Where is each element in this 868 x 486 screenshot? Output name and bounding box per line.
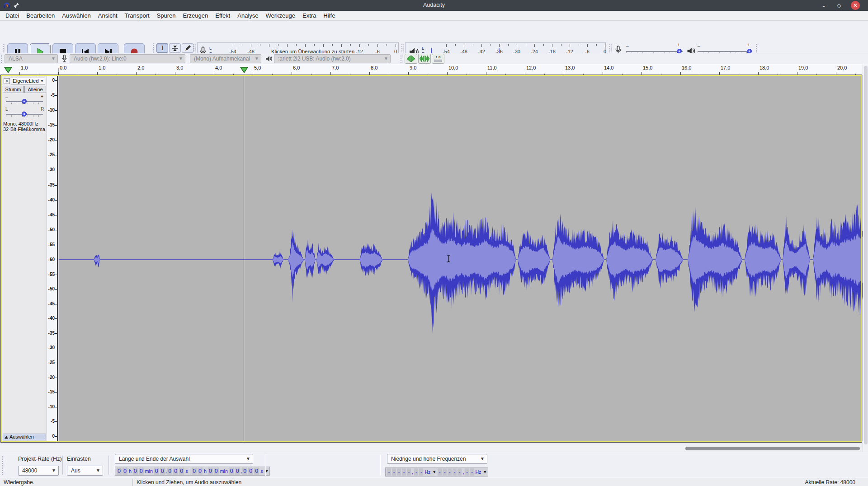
- timeline-minor-tick: [233, 74, 234, 75]
- time-digit[interactable]: 0: [179, 467, 184, 475]
- minimize-button[interactable]: ⌄: [819, 1, 828, 10]
- time-digit[interactable]: 0: [248, 467, 253, 475]
- spectral-high-field[interactable]: -----,--Hz▼: [436, 467, 488, 477]
- freq-digit[interactable]: -: [397, 468, 401, 476]
- track-close-button[interactable]: ×: [4, 78, 10, 84]
- menu-transport[interactable]: Transport: [121, 11, 153, 21]
- seek-button[interactable]: [418, 54, 431, 64]
- menu-werkzeuge[interactable]: Werkzeuge: [262, 11, 299, 21]
- freq-digit[interactable]: -: [465, 468, 469, 476]
- scrub-toolbar-grip[interactable]: [401, 55, 403, 63]
- menu-effekt[interactable]: Effekt: [212, 11, 234, 21]
- freq-digit[interactable]: -: [458, 468, 462, 476]
- time-digit[interactable]: 0: [235, 467, 240, 475]
- audio-host-select[interactable]: ALSA▼: [5, 54, 58, 63]
- timeline-minor-tick: [778, 74, 778, 75]
- scrub-ruler-toggle-button[interactable]: 1.0: [432, 54, 444, 64]
- freq-digit[interactable]: -: [453, 468, 457, 476]
- time-digit[interactable]: 0: [214, 467, 219, 475]
- freq-digit[interactable]: -: [419, 468, 423, 476]
- menu-spuren[interactable]: Spuren: [153, 11, 179, 21]
- device-toolbar-grip[interactable]: [1, 55, 3, 63]
- timeline-label: 0,0: [60, 65, 66, 70]
- freq-digit[interactable]: -: [470, 468, 474, 476]
- freq-digit[interactable]: -: [392, 468, 396, 476]
- timeline-ruler[interactable]: 1,00,01,02,03,04,05,06,07,08,09,010,011,…: [0, 64, 863, 76]
- pinned-playhead-icon[interactable]: [4, 66, 13, 74]
- menu-ansicht[interactable]: Ansicht: [94, 11, 121, 21]
- vertical-scrollbar-thumb[interactable]: [864, 66, 868, 444]
- freq-digit[interactable]: -: [443, 468, 447, 476]
- maximize-button[interactable]: ◇: [835, 1, 844, 10]
- time-digit[interactable]: 0: [167, 467, 172, 475]
- time-digit[interactable]: 0: [117, 467, 122, 475]
- pencil-icon: [184, 45, 191, 51]
- freq-digit[interactable]: -: [387, 468, 391, 476]
- time-digit[interactable]: 0: [173, 467, 178, 475]
- scrub-button[interactable]: [405, 54, 417, 64]
- track-format-line2: 32-Bit-Fließkomma: [3, 126, 45, 132]
- time-digit[interactable]: 0: [154, 467, 159, 475]
- freq-digit[interactable]: -: [438, 468, 442, 476]
- freq-digit[interactable]: -: [414, 468, 418, 476]
- menu-extra[interactable]: Extra: [299, 11, 320, 21]
- meter-minor-tick: [350, 44, 351, 46]
- snap-select[interactable]: Aus▼: [67, 466, 103, 476]
- db-scale-label: -60: [48, 257, 55, 262]
- menu-bearbeiten[interactable]: Bearbeiten: [23, 11, 58, 21]
- spectral-low-field[interactable]: -----,--Hz▼: [385, 467, 438, 477]
- mute-button[interactable]: Stumm: [3, 86, 24, 93]
- db-scale-tick: [55, 421, 57, 422]
- selection-mode-select[interactable]: Länge und Ende der Auswahl▼: [115, 454, 253, 464]
- vertical-db-ruler[interactable]: 0-5-10-15-20-25-30-35-40-45-50-55-60-55-…: [47, 76, 58, 441]
- time-digit[interactable]: 0: [242, 467, 247, 475]
- pan-slider-thumb[interactable]: [22, 112, 27, 117]
- horizontal-scrollbar[interactable]: [0, 445, 863, 452]
- time-digit[interactable]: 0: [192, 467, 197, 475]
- time-digit[interactable]: 0: [208, 467, 213, 475]
- field-dropdown-arrow-icon[interactable]: ▼: [483, 470, 487, 474]
- record-volume-slider[interactable]: [626, 51, 683, 52]
- playback-device-select[interactable]: :arlett 2i2 USB: Audio (hw:2,0)▼: [274, 54, 391, 63]
- project-rate-select[interactable]: 48000▼: [18, 466, 59, 476]
- timeline-minor-tick: [700, 74, 700, 75]
- time-digit[interactable]: 0: [254, 467, 259, 475]
- spectral-mode-select[interactable]: Niedrige und hohe Frequenzen▼: [387, 454, 487, 464]
- track-select-button[interactable]: Auswählen: [3, 434, 46, 440]
- time-digit[interactable]: 0: [123, 467, 127, 475]
- menu-datei[interactable]: Datei: [2, 11, 23, 21]
- selection-start-field[interactable]: 00h00min00,000s▼: [115, 467, 195, 476]
- time-digit[interactable]: 0: [229, 467, 234, 475]
- envelope-tool-button[interactable]: [169, 43, 181, 53]
- solo-button[interactable]: Alleine: [24, 86, 46, 93]
- selection-end-field[interactable]: 00h00min00,000s▼: [190, 467, 270, 476]
- track-area: × EigeneLied▼ Stumm Alleine – + L R Mono…: [0, 76, 863, 442]
- freq-digit[interactable]: -: [402, 468, 406, 476]
- recording-channels-select[interactable]: (Mono) Aufnahmekanal▼: [190, 54, 261, 63]
- time-digit[interactable]: 0: [160, 467, 165, 475]
- freq-digit[interactable]: -: [407, 468, 411, 476]
- time-digit[interactable]: 0: [198, 467, 203, 475]
- waveform-canvas[interactable]: [59, 76, 863, 441]
- playhead-triangle-icon[interactable]: [240, 66, 249, 74]
- menu-erzeugen[interactable]: Erzeugen: [179, 11, 212, 21]
- gain-slider-thumb[interactable]: [22, 99, 27, 104]
- play-volume-slider[interactable]: [698, 51, 751, 52]
- draw-tool-button[interactable]: [182, 43, 193, 53]
- selection-toolbar-grip[interactable]: [2, 456, 4, 475]
- menu-auswählen[interactable]: Auswählen: [58, 11, 94, 21]
- timeline-minor-tick: [78, 74, 78, 75]
- close-button[interactable]: ✕: [851, 1, 860, 10]
- recording-device-select[interactable]: Audio (hw:2,0): Line:0▼: [70, 54, 185, 63]
- freq-digit[interactable]: -: [448, 468, 452, 476]
- vertical-scrollbar[interactable]: [863, 64, 868, 452]
- track-name-menu[interactable]: EigeneLied▼: [11, 78, 45, 84]
- timeline-label: 7,0: [332, 65, 339, 70]
- horizontal-scrollbar-thumb[interactable]: [685, 447, 860, 450]
- time-digit[interactable]: 0: [133, 467, 138, 475]
- db-scale-tick: [55, 95, 57, 96]
- menu-analyse[interactable]: Analyse: [234, 11, 262, 21]
- time-digit[interactable]: 0: [139, 467, 144, 475]
- selection-tool-button[interactable]: I: [156, 43, 168, 53]
- menu-hilfe[interactable]: Hilfe: [320, 11, 339, 21]
